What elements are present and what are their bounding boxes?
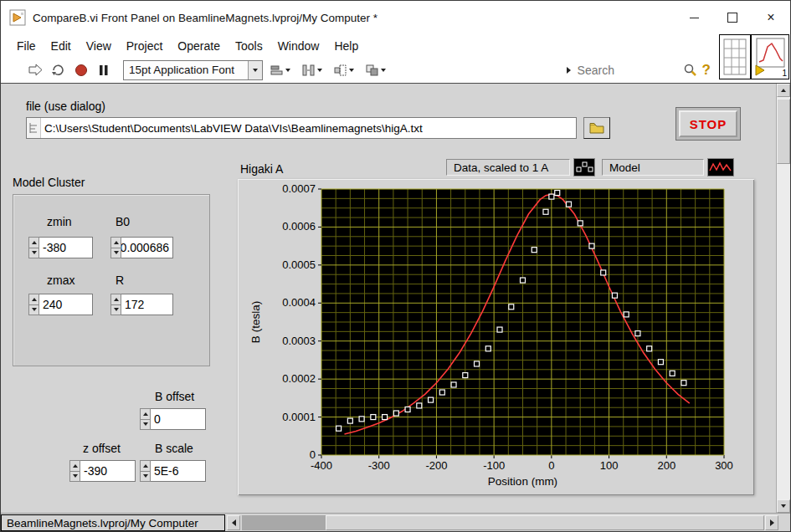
align-objects-button[interactable]	[266, 60, 295, 80]
r-control[interactable]: 172	[110, 294, 173, 315]
path-type-icon	[27, 118, 41, 138]
b-scale-control[interactable]: 5E-6	[140, 460, 206, 482]
z-offset-control[interactable]: -390	[69, 460, 136, 482]
up-arrow-icon	[781, 89, 786, 92]
scroll-up-button[interactable]	[777, 84, 790, 97]
r-input[interactable]: 172	[121, 294, 173, 315]
svg-text:-300: -300	[368, 459, 390, 472]
minimize-button[interactable]	[675, 1, 713, 34]
file-path-control[interactable]: C:\Users\Student\Documents\LabVIEW Data\…	[26, 117, 577, 139]
search-input[interactable]	[576, 63, 678, 78]
align-objects-icon	[270, 64, 283, 76]
decrement-button[interactable]	[29, 248, 39, 258]
chevron-down-icon	[317, 69, 322, 72]
horizontal-scroll-thumb[interactable]	[326, 515, 764, 530]
decrement-button[interactable]	[111, 305, 121, 315]
up-arrow-icon	[32, 298, 37, 301]
vertical-scroll-thumb[interactable]	[777, 99, 790, 164]
b-scale-spinner	[140, 460, 151, 482]
file-path-value[interactable]: C:\Users\Student\Documents\LabVIEW Data\…	[41, 122, 423, 135]
scroll-right-button[interactable]	[765, 515, 778, 530]
browse-button[interactable]	[583, 117, 610, 139]
b-offset-control[interactable]: 0	[140, 408, 206, 430]
b0-spinner	[110, 237, 121, 258]
down-arrow-icon	[114, 251, 119, 254]
font-selector-dropdown[interactable]	[248, 61, 262, 79]
window-controls: ×	[675, 1, 790, 34]
chevron-down-icon	[381, 69, 386, 72]
reorder-objects-icon	[366, 64, 378, 76]
menu-help[interactable]: Help	[326, 39, 366, 53]
z-offset-input[interactable]: -390	[80, 460, 136, 482]
context-help-button[interactable]: ?	[702, 62, 711, 79]
statusbar: BeamlineMagnets.lvproj/My Computer	[1, 513, 791, 532]
pause-button[interactable]	[92, 60, 115, 80]
close-icon: ×	[767, 10, 774, 25]
increment-button[interactable]	[141, 409, 150, 420]
distribute-objects-button[interactable]	[298, 60, 326, 80]
plot-legend: Data, scaled to 1 A Model	[446, 157, 734, 177]
increment-button[interactable]	[29, 294, 39, 305]
b-offset-label: B offset	[155, 390, 194, 403]
menu-project[interactable]: Project	[119, 39, 171, 53]
menu-file[interactable]: File	[9, 39, 44, 53]
legend-data-label[interactable]: Data, scaled to 1 A	[446, 159, 570, 176]
toolbar-chevron-icon[interactable]	[567, 67, 571, 74]
menu-tools[interactable]: Tools	[228, 39, 270, 53]
increment-button[interactable]	[111, 238, 121, 248]
resize-objects-button[interactable]	[330, 60, 358, 80]
increment-button[interactable]	[141, 461, 150, 472]
scroll-down-button[interactable]	[777, 499, 790, 513]
zmin-control[interactable]: -380	[28, 237, 93, 258]
zmin-input[interactable]: -380	[39, 237, 93, 258]
folder-icon	[589, 122, 604, 134]
font-selector-value: 15pt Application Font	[124, 64, 248, 76]
vi-icon[interactable]: 1	[751, 34, 789, 79]
legend-model-line-icon[interactable]	[707, 158, 734, 176]
r-spinner	[110, 294, 121, 315]
legend-model-label[interactable]: Model	[602, 159, 704, 176]
model-cluster: zmin -380 B0 0.000686 zmax	[13, 194, 210, 366]
zmax-input[interactable]: 240	[39, 294, 93, 315]
svg-text:0: 0	[310, 448, 316, 461]
legend-data-marker-icon[interactable]	[573, 158, 595, 176]
decrement-button[interactable]	[29, 305, 39, 315]
right-arrow-icon	[770, 519, 774, 526]
increment-button[interactable]	[111, 294, 121, 305]
run-button[interactable]	[24, 60, 47, 80]
font-selector[interactable]: 15pt Application Font	[123, 60, 263, 80]
stop-button-label: STOP	[679, 110, 737, 137]
decrement-button[interactable]	[141, 472, 150, 482]
decrement-button[interactable]	[111, 248, 121, 258]
abort-button[interactable]	[69, 60, 92, 80]
vertical-scrollbar[interactable]	[776, 84, 790, 513]
b-scale-label: B scale	[155, 442, 193, 455]
increment-button[interactable]	[70, 461, 80, 472]
alignment-grid-icon[interactable]	[719, 34, 751, 79]
decrement-button[interactable]	[70, 472, 80, 482]
decrement-button[interactable]	[141, 420, 150, 430]
menu-operate[interactable]: Operate	[170, 39, 228, 53]
menu-edit[interactable]: Edit	[44, 39, 79, 53]
b-offset-input[interactable]: 0	[151, 408, 206, 430]
b0-input[interactable]: 0.000686	[121, 237, 173, 258]
search-icon[interactable]	[683, 63, 697, 77]
increment-button[interactable]	[29, 238, 39, 248]
horizontal-scrollbar[interactable]	[242, 515, 764, 530]
scroll-left-button[interactable]	[227, 515, 240, 530]
up-arrow-icon	[32, 241, 37, 244]
run-continuously-button[interactable]	[47, 60, 69, 80]
resize-grip[interactable]	[778, 514, 791, 532]
maximize-button[interactable]	[713, 1, 752, 34]
stop-button[interactable]: STOP	[675, 107, 741, 141]
close-button[interactable]: ×	[752, 1, 790, 34]
menu-window[interactable]: Window	[270, 39, 327, 53]
b0-control[interactable]: 0.000686	[110, 237, 173, 258]
run-arrow-icon	[28, 64, 44, 76]
zmax-control[interactable]: 240	[28, 294, 93, 315]
svg-text:B (tesla): B (tesla)	[249, 301, 262, 343]
reorder-objects-button[interactable]	[362, 60, 390, 80]
b-scale-input[interactable]: 5E-6	[151, 460, 206, 482]
execution-target-indicator[interactable]: BeamlineMagnets.lvproj/My Computer	[1, 514, 225, 531]
menu-view[interactable]: View	[79, 39, 119, 53]
